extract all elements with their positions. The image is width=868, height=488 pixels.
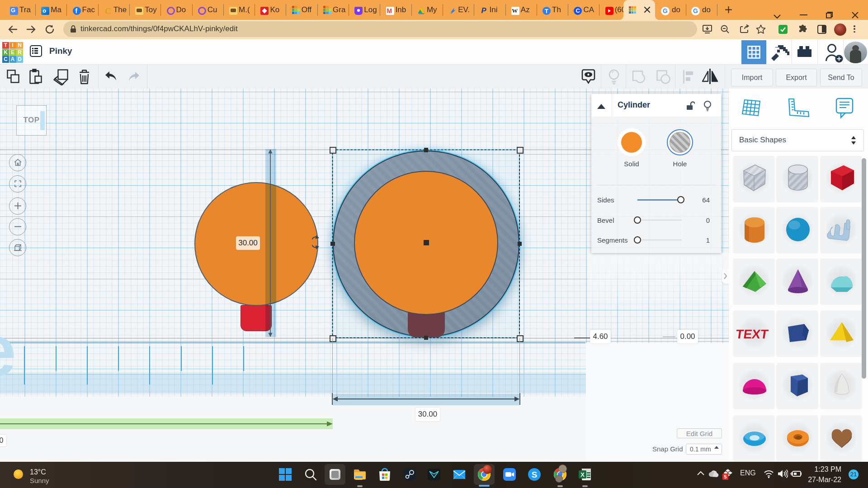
svg-text:X: X [580,471,585,478]
svg-text:TEXT: TEXT [735,327,769,341]
svg-text:S: S [531,470,537,479]
